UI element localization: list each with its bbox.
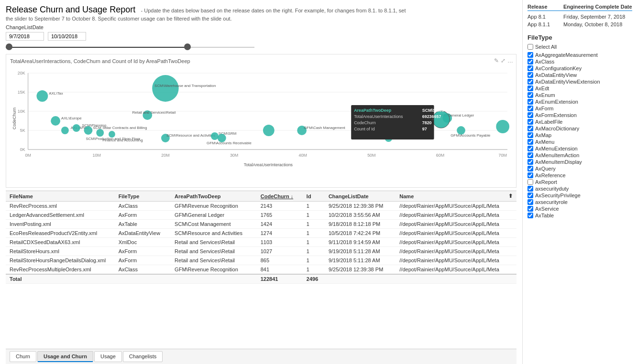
filetype-checkbox[interactable] — [527, 99, 533, 105]
svg-text:30M: 30M — [230, 153, 238, 158]
col-header-filename[interactable]: FileName — [6, 191, 115, 202]
scatter-dot[interactable] — [211, 132, 219, 140]
filetype-checkbox[interactable] — [527, 72, 533, 78]
table-container[interactable]: FileName FileType AreaPathTwoDeep CodeCh… — [6, 191, 516, 349]
filetype-checkbox[interactable] — [527, 179, 533, 185]
tab-usage-and-churn[interactable]: Usage and Churn — [37, 351, 93, 362]
filetype-item[interactable]: AxFormExtension — [527, 112, 632, 118]
filetype-checkbox[interactable] — [527, 106, 533, 111]
filetype-item[interactable]: AxEnum — [527, 92, 632, 98]
tab-churn[interactable]: Churn — [10, 351, 36, 362]
scatter-dot[interactable] — [263, 125, 275, 136]
scatter-dot[interactable] — [61, 127, 69, 134]
col-header-scroll[interactable]: ⬆ — [505, 191, 516, 202]
filetype-item[interactable]: AxEnumExtension — [527, 98, 632, 105]
scatter-dot[interactable] — [51, 116, 60, 126]
edit-icon[interactable]: ✎ — [494, 57, 499, 64]
filetype-checkbox[interactable] — [527, 172, 533, 178]
filetype-item[interactable]: AxReport — [527, 179, 632, 185]
filetype-item[interactable]: AxAggregateMeasurement — [527, 52, 632, 58]
filetype-item[interactable]: AxMap — [527, 132, 632, 139]
filetype-item[interactable]: AxReference — [527, 172, 632, 179]
scatter-dot[interactable] — [152, 75, 178, 102]
chart-actions[interactable]: ✎ ⤢ … — [494, 57, 513, 64]
filetype-checkbox[interactable] — [527, 206, 533, 212]
svg-text:CodeChurn: CodeChurn — [12, 107, 17, 129]
svg-text:7820: 7820 — [422, 120, 432, 125]
filetype-item[interactable]: AxConfigurationKey — [527, 65, 632, 72]
filetype-item[interactable]: AxMacroDictionary — [527, 125, 632, 132]
filetype-checkbox[interactable] — [527, 193, 533, 198]
filetype-checkbox[interactable] — [527, 159, 533, 165]
filetype-checkbox[interactable] — [527, 199, 533, 205]
scatter-dot[interactable] — [496, 120, 509, 133]
more-icon[interactable]: … — [507, 57, 513, 64]
col-header-changelistdate[interactable]: ChangeListDate — [325, 191, 395, 202]
tab-usage[interactable]: Usage — [94, 351, 122, 362]
filetype-item[interactable]: axsecurityrole — [527, 199, 632, 205]
scatter-dot[interactable] — [96, 129, 104, 137]
filetype-checkbox[interactable] — [527, 152, 533, 158]
filetype-checkbox[interactable] — [527, 186, 533, 192]
filetype-item[interactable]: AxForm — [527, 105, 632, 112]
filetype-item[interactable]: axsecurityduty — [527, 185, 632, 192]
filetype-checkbox[interactable] — [527, 146, 533, 151]
filetype-checkbox[interactable] — [527, 213, 533, 218]
slider-thumb-left[interactable] — [6, 43, 12, 50]
filetype-checkbox[interactable] — [527, 92, 533, 98]
filetype-item[interactable]: AxEdt — [527, 85, 632, 92]
filetype-item[interactable]: AxQuery — [527, 165, 632, 172]
svg-text:15K: 15K — [18, 90, 25, 95]
col-header-name[interactable]: Name — [395, 191, 505, 202]
filetype-item[interactable]: AxMenuItemAction — [527, 152, 632, 159]
end-date-input[interactable] — [48, 32, 86, 41]
col-header-filetype[interactable]: FileType — [115, 191, 171, 202]
slider-filled — [6, 47, 187, 48]
col-header-areapath[interactable]: AreaPathTwoDeep — [171, 191, 257, 202]
filetype-label: AxConfigurationKey — [535, 65, 582, 71]
filetype-checkbox[interactable] — [527, 52, 533, 58]
scatter-chart-section: TotalAreaUserInteractions, CodeChurn and… — [6, 54, 516, 188]
header-subtitle: - Update the dates below based on the re… — [141, 8, 406, 13]
filetype-item[interactable]: AxDataEntityViewExtension — [527, 78, 632, 85]
filetype-item[interactable]: AxMenu — [527, 139, 632, 145]
svg-text:AreaPathTwoDeep: AreaPathTwoDeep — [354, 108, 391, 113]
filetype-title: FileType — [527, 34, 632, 41]
svg-text:CodeChurn: CodeChurn — [354, 120, 376, 125]
filetype-item[interactable]: AxLabelFile — [527, 118, 632, 125]
filetype-select-all[interactable]: Select All — [527, 44, 632, 50]
filetype-checkbox[interactable] — [527, 119, 533, 125]
filetype-checkbox[interactable] — [527, 86, 533, 91]
filetype-checkbox[interactable] — [527, 65, 533, 71]
scatter-dot[interactable] — [73, 124, 80, 132]
date-range-slider[interactable] — [6, 43, 254, 51]
filetype-checkbox[interactable] — [527, 126, 533, 131]
col-header-id[interactable]: Id — [303, 191, 325, 202]
filetype-checkbox[interactable] — [527, 132, 533, 138]
filetype-item[interactable]: AxDataEntityView — [527, 72, 632, 78]
svg-text:40M: 40M — [299, 153, 307, 158]
col-header-codechurn[interactable]: CodeChurn ↓ — [257, 191, 303, 202]
select-all-checkbox[interactable] — [527, 44, 533, 50]
scatter-dot[interactable] — [36, 90, 48, 102]
filetype-item[interactable]: AxClass — [527, 58, 632, 65]
filetype-item[interactable]: AxTable — [527, 212, 632, 219]
bottom-tabs: Churn Usage and Churn Usage Changelists — [6, 349, 516, 364]
filetype-item[interactable]: AxMenuItemDisplay — [527, 159, 632, 165]
filetype-checkbox[interactable] — [527, 59, 533, 64]
start-date-input[interactable] — [6, 32, 44, 41]
scatter-dot[interactable] — [84, 126, 93, 135]
filetype-checkbox[interactable] — [527, 139, 533, 145]
filetype-checkbox[interactable] — [527, 112, 533, 118]
slider-thumb-right[interactable] — [184, 43, 191, 50]
scatter-dot-highlighted[interactable] — [433, 111, 450, 128]
scatter-dot[interactable] — [109, 131, 115, 138]
filetype-label: AxMacroDictionary — [535, 126, 579, 131]
filetype-checkbox[interactable] — [527, 166, 533, 171]
filetype-item[interactable]: AxSecurityPrivilege — [527, 192, 632, 199]
filetype-item[interactable]: AxService — [527, 205, 632, 212]
filetype-checkbox[interactable] — [527, 79, 533, 85]
expand-icon[interactable]: ⤢ — [501, 57, 505, 64]
filetype-item[interactable]: AxMenuExtension — [527, 145, 632, 152]
tab-changelists[interactable]: Changelists — [123, 351, 163, 362]
